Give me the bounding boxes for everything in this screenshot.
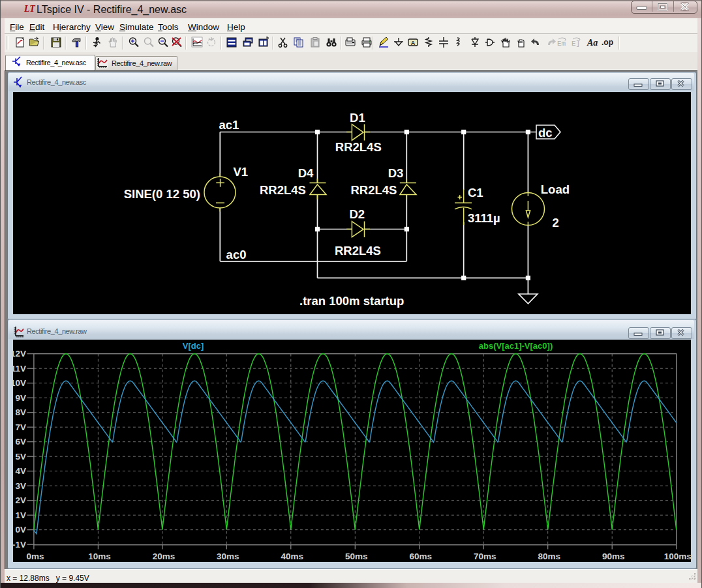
svg-text:V1: V1 [234,165,249,179]
svg-text:dc: dc [538,126,553,140]
svg-text:5V: 5V [15,452,26,462]
svg-text:12V: 12V [13,349,26,359]
svg-text:80ms: 80ms [538,551,560,561]
svg-text:D1: D1 [350,111,365,125]
svg-text:0ms: 0ms [26,551,44,561]
svg-text:D4: D4 [298,166,314,180]
svg-text:V[dc]: V[dc] [183,341,204,351]
svg-text:2: 2 [553,216,559,229]
svg-text:D3: D3 [388,166,404,180]
svg-text:70ms: 70ms [474,551,496,561]
svg-text:2V: 2V [15,495,26,505]
svg-text:50ms: 50ms [345,551,368,561]
svg-text:30ms: 30ms [217,551,239,561]
svg-text:Aa: Aa [587,38,598,48]
svg-text:40ms: 40ms [281,551,304,561]
svg-text:E]: E] [572,40,580,48]
svg-text:90ms: 90ms [602,551,625,561]
svg-text:6V: 6V [15,437,26,447]
svg-text:3V: 3V [15,481,26,491]
svg-text:.tran 100m startup: .tran 100m startup [299,294,404,308]
svg-text:D2: D2 [349,207,365,221]
svg-text:-1V: -1V [13,540,26,550]
svg-text:SINE(0 12 50): SINE(0 12 50) [124,187,200,201]
svg-text:20ms: 20ms [153,551,176,561]
svg-text:abs(V[ac1]-V[ac0]): abs(V[ac1]-V[ac0]) [479,341,553,351]
svg-text:3111µ: 3111µ [468,211,500,225]
svg-text:RR2L4S: RR2L4S [335,140,382,154]
svg-text:Load: Load [541,183,570,196]
svg-text:100ms: 100ms [664,551,691,561]
svg-text:0V: 0V [15,525,26,535]
svg-text:11V: 11V [13,364,26,374]
svg-text:10V: 10V [13,378,26,388]
svg-text:RR2L4S: RR2L4S [335,244,381,257]
svg-text:60ms: 60ms [410,551,433,561]
svg-text:C1: C1 [468,186,483,199]
svg-text:A: A [411,40,416,46]
svg-text:RR2L4S: RR2L4S [351,183,397,197]
svg-text:RR2L4S: RR2L4S [260,183,306,197]
svg-text:Em: Em [557,40,566,48]
svg-text:7V: 7V [15,422,26,432]
svg-text:ac1: ac1 [219,118,239,132]
svg-text:.op: .op [602,38,613,47]
svg-text:9V: 9V [15,393,26,403]
svg-text:10ms: 10ms [88,551,111,561]
svg-text:ac0: ac0 [226,248,247,261]
svg-text:4V: 4V [15,466,26,476]
svg-text:8V: 8V [15,407,26,417]
svg-text:1V: 1V [15,510,26,520]
